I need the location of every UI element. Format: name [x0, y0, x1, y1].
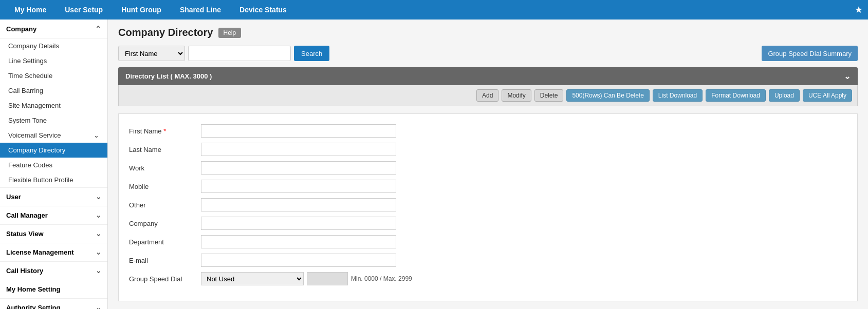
nav-device-status[interactable]: Device Status [230, 0, 296, 20]
last-name-label: Last Name [129, 146, 201, 153]
group-speed-dial-summary-button[interactable]: Group Speed Dial Summary [762, 46, 858, 61]
last-name-input[interactable] [201, 143, 396, 156]
authority-setting-section-header[interactable]: Authority Setting ⌄ [0, 298, 107, 309]
company-section-label: Company [6, 25, 36, 33]
search-row: First Name Search Group Speed Dial Summa… [118, 46, 858, 61]
first-name-input[interactable] [201, 124, 396, 138]
my-home-setting-section-header[interactable]: My Home Setting [0, 280, 107, 298]
sidebar-item-system-tone[interactable]: System Tone [0, 113, 107, 128]
call-manager-section-label: Call Manager [6, 211, 48, 219]
sidebar-item-company-directory[interactable]: Company Directory [0, 143, 107, 158]
format-download-button[interactable]: Format Download [706, 89, 766, 102]
min-max-text: Min. 0000 / Max. 2999 [351, 275, 412, 282]
search-input[interactable] [188, 46, 291, 61]
required-marker: * [163, 127, 166, 135]
call-manager-chevron-icon: ⌄ [96, 211, 101, 219]
page-title: Company Directory [118, 27, 213, 38]
user-chevron-icon: ⌄ [96, 193, 101, 201]
main-layout: Company ⌃ Company Details Line Settings … [0, 20, 868, 309]
help-button[interactable]: Help [218, 28, 242, 38]
license-management-section-header[interactable]: License Management ⌄ [0, 243, 107, 261]
work-input[interactable] [201, 161, 396, 175]
user-section-header[interactable]: User ⌄ [0, 187, 107, 206]
mobile-row: Mobile [129, 180, 842, 193]
top-navigation: My Home User Setup Hunt Group Shared Lin… [0, 0, 868, 20]
nav-shared-line[interactable]: Shared Line [171, 0, 230, 20]
main-content: Company Directory Help First Name Search… [108, 20, 868, 309]
search-button[interactable]: Search [294, 46, 329, 61]
bulk-delete-button[interactable]: 500(Rows) Can Be Delete [566, 89, 649, 102]
authority-setting-chevron-icon: ⌄ [96, 304, 101, 309]
sidebar-item-company-details[interactable]: Company Details [0, 38, 107, 53]
delete-button[interactable]: Delete [534, 89, 564, 102]
company-field-label: Company [129, 220, 201, 227]
other-row: Other [129, 198, 842, 211]
department-row: Department [129, 235, 842, 248]
sidebar-item-flexible-button-profile[interactable]: Flexible Button Profile [0, 172, 107, 187]
email-input[interactable] [201, 254, 396, 267]
work-row: Work [129, 161, 842, 175]
add-button[interactable]: Add [476, 89, 498, 102]
first-name-label: First Name * [129, 127, 201, 135]
group-speed-dial-label: Group Speed Dial [129, 275, 201, 283]
mobile-label: Mobile [129, 183, 201, 190]
sidebar-item-line-settings[interactable]: Line Settings [0, 53, 107, 68]
user-section-label: User [6, 193, 21, 201]
group-speed-dial-row: Group Speed Dial Not Used Min. 0000 / Ma… [129, 272, 842, 285]
status-view-section-label: Status View [6, 230, 44, 238]
work-label: Work [129, 164, 201, 172]
mobile-input[interactable] [201, 180, 396, 193]
sidebar-item-time-schedule[interactable]: Time Schedule [0, 68, 107, 83]
sidebar-item-feature-codes[interactable]: Feature Codes [0, 158, 107, 172]
sidebar-item-call-barring[interactable]: Call Barring [0, 83, 107, 98]
modify-button[interactable]: Modify [502, 89, 531, 102]
list-download-button[interactable]: List Download [653, 89, 703, 102]
toolbar: Add Modify Delete 500(Rows) Can Be Delet… [118, 85, 858, 106]
company-chevron-up-icon: ⌃ [95, 25, 101, 33]
company-section-header[interactable]: Company ⌃ [0, 20, 107, 38]
group-speed-dial-controls: Not Used Min. 0000 / Max. 2999 [201, 272, 412, 285]
directory-list-chevron-icon[interactable]: ⌄ [844, 71, 851, 81]
nav-hunt-group[interactable]: Hunt Group [112, 0, 171, 20]
uce-all-apply-button[interactable]: UCE All Apply [803, 89, 852, 102]
call-history-chevron-icon: ⌄ [96, 267, 101, 275]
license-management-chevron-icon: ⌄ [96, 248, 101, 256]
company-input[interactable] [201, 217, 396, 230]
last-name-row: Last Name [129, 143, 842, 156]
voicemail-chevron-icon: ⌄ [94, 131, 99, 139]
department-input[interactable] [201, 235, 396, 248]
directory-list-max-note: ( MAX. 3000 ) [170, 72, 212, 80]
company-row: Company [129, 217, 842, 230]
sidebar-item-voicemail-service[interactable]: Voicemail Service ⌄ [0, 128, 107, 143]
status-view-chevron-icon: ⌄ [96, 230, 101, 238]
nav-user-setup[interactable]: User Setup [56, 0, 112, 20]
nav-my-home[interactable]: My Home [5, 0, 56, 20]
other-input[interactable] [201, 198, 396, 211]
company-items-list: Company Details Line Settings Time Sched… [0, 38, 107, 187]
group-speed-dial-number-input[interactable] [307, 272, 348, 285]
status-view-section-header[interactable]: Status View ⌄ [0, 224, 107, 243]
authority-setting-section-label: Authority Setting [6, 304, 60, 309]
call-history-section-label: Call History [6, 267, 43, 275]
my-home-setting-section-label: My Home Setting [6, 285, 60, 293]
upload-button[interactable]: Upload [769, 89, 800, 102]
sidebar-item-site-management[interactable]: Site Management [0, 98, 107, 113]
call-history-section-header[interactable]: Call History ⌄ [0, 261, 107, 280]
license-management-section-label: License Management [6, 248, 74, 256]
favorite-star-icon[interactable]: ★ [855, 4, 863, 15]
search-filter-select[interactable]: First Name [118, 46, 185, 61]
department-label: Department [129, 238, 201, 246]
page-title-row: Company Directory Help [118, 27, 858, 38]
first-name-row: First Name * [129, 124, 842, 138]
email-row: E-mail [129, 254, 842, 267]
directory-form: First Name * Last Name Work Mobile Other [118, 113, 858, 301]
other-label: Other [129, 201, 201, 209]
directory-list-header: Directory List ( MAX. 3000 ) ⌄ [118, 67, 858, 85]
directory-list-title: Directory List ( MAX. 3000 ) [125, 72, 212, 80]
email-label: E-mail [129, 257, 201, 264]
sidebar: Company ⌃ Company Details Line Settings … [0, 20, 108, 309]
call-manager-section-header[interactable]: Call Manager ⌄ [0, 206, 107, 224]
group-speed-dial-select[interactable]: Not Used [201, 272, 304, 285]
